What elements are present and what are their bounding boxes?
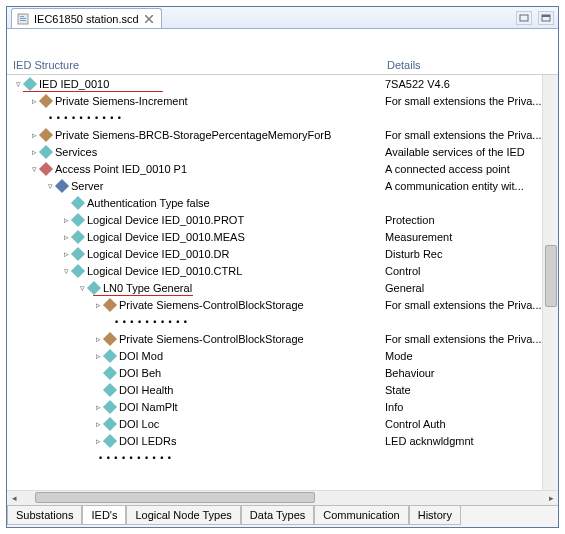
- node-icon: [71, 247, 85, 261]
- detail-row: [385, 194, 542, 211]
- detail-row: Control Auth: [385, 415, 542, 432]
- svg-rect-6: [520, 15, 528, 21]
- tree-row[interactable]: ▿ Access Point IED_0010 P1: [7, 160, 385, 177]
- detail-row: Measurement: [385, 228, 542, 245]
- detail-row: A connected access point: [385, 160, 542, 177]
- tree-ellipsis: • • • • • • • • • •: [7, 109, 385, 126]
- node-icon: [103, 383, 117, 397]
- bottom-tab[interactable]: Data Types: [241, 506, 314, 525]
- tree-label: DOI NamPlt: [119, 401, 385, 413]
- scroll-right-icon[interactable]: ▸: [544, 492, 558, 505]
- detail-row: For small extensions the Priva...: [385, 296, 542, 313]
- detail-text: General: [385, 282, 424, 294]
- node-icon: [39, 162, 53, 176]
- hscroll-thumb[interactable]: [35, 492, 315, 503]
- tree-label: IED IED_0010: [39, 78, 385, 90]
- detail-row: For small extensions the Priva...: [385, 126, 542, 143]
- bottom-tab[interactable]: Logical Node Types: [126, 506, 240, 525]
- node-icon: [71, 264, 85, 278]
- detail-pane: 7SA522 V4.6For small extensions the Priv…: [385, 75, 542, 490]
- tree-row[interactable]: ▹ Services: [7, 143, 385, 160]
- tree-label: Server: [71, 180, 385, 192]
- detail-row: Behaviour: [385, 364, 542, 381]
- tree-row[interactable]: ▹ DOI LEDRs: [7, 432, 385, 449]
- maximize-icon[interactable]: [538, 11, 554, 25]
- detail-text: Protection: [385, 214, 435, 226]
- tree-row[interactable]: ▹ Logical Device IED_0010.DR: [7, 245, 385, 262]
- tree-ellipsis: • • • • • • • • • •: [7, 449, 385, 466]
- node-icon: [71, 230, 85, 244]
- bottom-tab[interactable]: Substations: [7, 506, 82, 525]
- tree-row[interactable]: ▹ DOI NamPlt: [7, 398, 385, 415]
- bottom-tab[interactable]: IED's: [82, 506, 126, 525]
- node-icon: [103, 349, 117, 363]
- node-icon: [103, 434, 117, 448]
- node-icon: [87, 281, 101, 295]
- detail-text: For small extensions the Priva...: [385, 299, 542, 311]
- detail-text: Behaviour: [385, 367, 435, 379]
- tree-label: Logical Device IED_0010.MEAS: [87, 231, 385, 243]
- detail-empty: [385, 313, 542, 330]
- bottom-tab[interactable]: History: [409, 506, 461, 525]
- editor-window: IEC61850 station.scd IED Structure Detai…: [6, 6, 559, 528]
- minimize-icon[interactable]: [516, 11, 532, 25]
- svg-rect-8: [542, 15, 550, 17]
- editor-tabbar: IEC61850 station.scd: [7, 7, 558, 29]
- tree-label: LN0 Type General: [103, 282, 385, 294]
- tree-body: ▿ IED IED_0010 ▹ Private Siemens-Increme…: [7, 75, 558, 490]
- tree-ellipsis: • • • • • • • • • •: [7, 313, 385, 330]
- tree-label: DOI LEDRs: [119, 435, 385, 447]
- tree-row[interactable]: ▿ Logical Device IED_0010.CTRL: [7, 262, 385, 279]
- tree-row[interactable]: ▹ Logical Device IED_0010.MEAS: [7, 228, 385, 245]
- tree-label: DOI Loc: [119, 418, 385, 430]
- tree-label: DOI Mod: [119, 350, 385, 362]
- detail-text: For small extensions the Priva...: [385, 129, 542, 141]
- header-structure[interactable]: IED Structure: [7, 59, 385, 71]
- tree-row[interactable]: DOI Beh: [7, 364, 385, 381]
- detail-text: Measurement: [385, 231, 452, 243]
- detail-text: Control: [385, 265, 420, 277]
- detail-row: Control: [385, 262, 542, 279]
- detail-row: State: [385, 381, 542, 398]
- detail-row: Mode: [385, 347, 542, 364]
- tree-row[interactable]: ▿ Server: [7, 177, 385, 194]
- tree-row[interactable]: DOI Health: [7, 381, 385, 398]
- bottom-tab[interactable]: Communication: [314, 506, 408, 525]
- node-icon: [103, 298, 117, 312]
- tree-row[interactable]: ▿ IED IED_0010: [7, 75, 385, 92]
- detail-empty: [385, 449, 542, 466]
- detail-text: State: [385, 384, 411, 396]
- detail-text: 7SA522 V4.6: [385, 78, 450, 90]
- svg-rect-3: [20, 20, 26, 21]
- tree-label: DOI Health: [119, 384, 385, 396]
- tree-label: Logical Device IED_0010.DR: [87, 248, 385, 260]
- horizontal-scrollbar[interactable]: ◂ ▸: [7, 490, 558, 505]
- editor-tab-label: IEC61850 station.scd: [34, 13, 139, 25]
- tree-row[interactable]: ▹ Logical Device IED_0010.PROT: [7, 211, 385, 228]
- detail-text: Available services of the IED: [385, 146, 525, 158]
- tree-label: Private Siemens-Increment: [55, 95, 385, 107]
- detail-text: A connected access point: [385, 163, 510, 175]
- header-details[interactable]: Details: [385, 59, 558, 71]
- vertical-scrollbar[interactable]: [542, 75, 558, 490]
- editor-tab[interactable]: IEC61850 station.scd: [11, 8, 162, 28]
- column-headers: IED Structure Details: [7, 55, 558, 75]
- file-icon: [16, 12, 30, 26]
- tree-pane[interactable]: ▿ IED IED_0010 ▹ Private Siemens-Increme…: [7, 75, 385, 490]
- window-controls: [516, 11, 554, 25]
- tree-row[interactable]: ▹ DOI Loc: [7, 415, 385, 432]
- close-icon[interactable]: [143, 13, 155, 25]
- scroll-left-icon[interactable]: ◂: [7, 492, 21, 505]
- node-icon: [39, 145, 53, 159]
- tree-row[interactable]: ▹ DOI Mod: [7, 347, 385, 364]
- detail-row: 7SA522 V4.6: [385, 75, 542, 92]
- tree-row[interactable]: ▿ LN0 Type General: [7, 279, 385, 296]
- detail-row: General: [385, 279, 542, 296]
- tree-row[interactable]: ▹ Private Siemens-ControlBlockStorage: [7, 296, 385, 313]
- tree-row[interactable]: ▹ Private Siemens-Increment: [7, 92, 385, 109]
- detail-row: Info: [385, 398, 542, 415]
- tree-row[interactable]: ▹ Private Siemens-BRCB-StoragePercentage…: [7, 126, 385, 143]
- svg-rect-1: [20, 16, 24, 17]
- tree-row[interactable]: Authentication Type false: [7, 194, 385, 211]
- tree-row[interactable]: ▹ Private Siemens-ControlBlockStorage: [7, 330, 385, 347]
